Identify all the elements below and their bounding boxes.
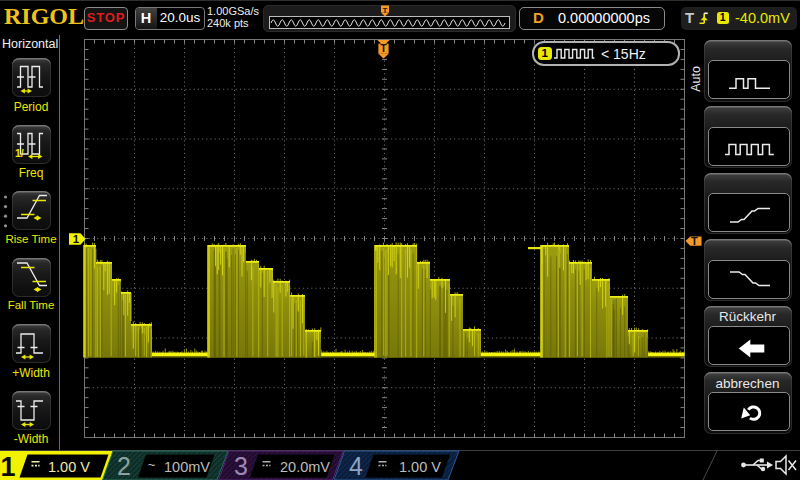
- svg-text:T: T: [383, 5, 388, 14]
- svg-text:1/: 1/: [15, 147, 24, 159]
- svg-text:1: 1: [0, 452, 15, 480]
- svg-text:~: ~: [148, 457, 156, 472]
- svg-text:100mV: 100mV: [164, 459, 210, 475]
- svg-text:20.0mV: 20.0mV: [280, 459, 330, 475]
- svg-text:1: 1: [73, 233, 80, 245]
- svg-text:4: 4: [349, 452, 363, 480]
- svg-text:1.00 V: 1.00 V: [48, 459, 90, 475]
- svg-text:T: T: [380, 42, 387, 54]
- svg-text:3: 3: [234, 452, 248, 480]
- svg-text:2: 2: [117, 452, 131, 480]
- svg-text:T: T: [691, 235, 698, 247]
- svg-text:1.00 V: 1.00 V: [399, 459, 441, 475]
